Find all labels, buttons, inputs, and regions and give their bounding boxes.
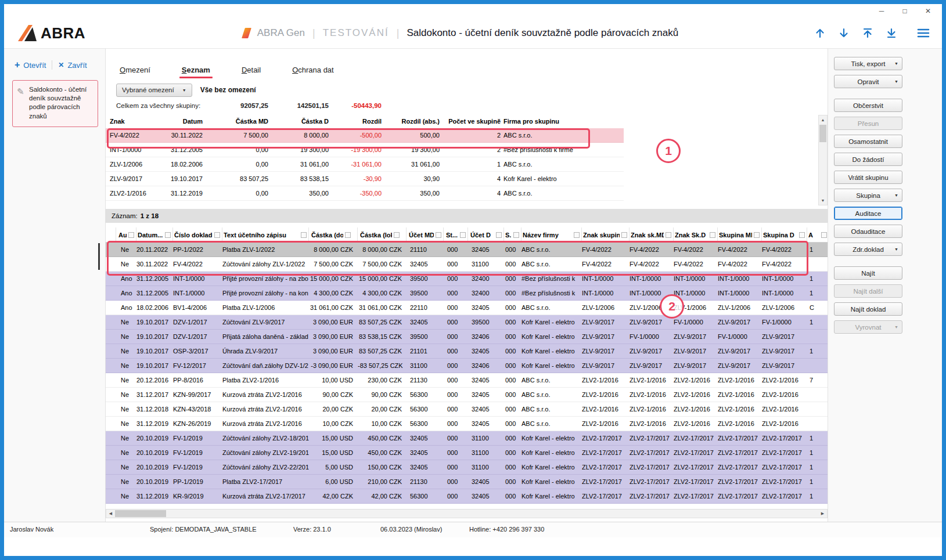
scroll-up-button[interactable]: ▲ [819, 115, 827, 124]
column-header-a[interactable]: A [807, 227, 828, 242]
journal-cell: DZV-1/2017 [173, 315, 222, 329]
group-row[interactable]: INT-1/000031.12.20050,0019 300,00-19 300… [106, 143, 624, 157]
action-button-do-zadosti[interactable]: Do žádostí [834, 153, 902, 166]
journal-cell: PP-8/2016 [173, 373, 222, 387]
group-cell: ABC s.r.o. [501, 128, 624, 142]
column-header-audit[interactable]: Audit [116, 227, 136, 242]
action-button-skupina[interactable]: Skupina▼ [834, 189, 902, 202]
open-agenda-item[interactable]: ✎ Saldokonto - účetní deník souvztažně p… [12, 80, 98, 127]
column-header-s[interactable]: S... [504, 227, 521, 242]
scrollbar-thumb[interactable] [115, 510, 166, 517]
horizontal-scrollbar[interactable]: ◀ ▶ [106, 509, 828, 518]
arrow-down-icon[interactable] [837, 26, 851, 40]
scroll-down-button[interactable]: ▼ [819, 196, 827, 205]
group-cell: Kofr Karel - elektro [501, 172, 624, 186]
journal-cell: 32400 [468, 286, 504, 300]
column-header-datum[interactable]: Datum... [136, 227, 173, 242]
tab-ochrana-dat[interactable]: Ochrana dat [290, 66, 336, 81]
close-tab-button[interactable]: ✕ Zavřít [58, 61, 87, 70]
column-header-znak-skupiny[interactable]: Znak skupiny [582, 227, 630, 242]
column-header-nazev-firmy[interactable]: Název firmy [521, 227, 582, 242]
journal-row[interactable]: Ne31.12.2017KZN-99/2017Kurzová ztráta ZL… [106, 388, 828, 402]
column-header-cislo-dokladu[interactable]: Číslo dokladu [173, 227, 222, 242]
arrow-to-bottom-icon[interactable] [884, 26, 898, 40]
status-bar: Jaroslav Novák Spojení: DEMODATA_JAVA_ST… [4, 522, 942, 537]
arrow-up-icon[interactable] [813, 26, 827, 40]
tab-detail[interactable]: Detail [239, 66, 263, 81]
action-button-tisk-export[interactable]: Tisk, export▼ [834, 57, 902, 70]
journal-row[interactable]: Ne31.12.2019KZN-26/2019Kurzová ztráta ZL… [106, 417, 828, 431]
group-row[interactable]: ZLV2-1/201631.12.20190,00350,00-350,0035… [106, 186, 624, 201]
column-header-castka-d[interactable]: Částka D [268, 115, 329, 128]
column-header-ucet-d[interactable]: Účet D [468, 227, 504, 242]
action-button-najit-doklad[interactable]: Najít doklad [834, 302, 902, 316]
group-row[interactable]: ZLV-9/201719.10.201783 507,2583 538,15-3… [106, 172, 624, 186]
restriction-value: Vše bez omezení [200, 86, 256, 94]
column-header-znak-sk-md[interactable]: Znak sk.MD [630, 227, 674, 242]
column-header-znak[interactable]: Znak [110, 115, 161, 128]
action-button-vratit-skupinu[interactable]: Vrátit skupinu [834, 171, 902, 184]
column-header-pocet-ve-skupine[interactable]: Počet ve skupině [440, 115, 501, 128]
tab-seznam[interactable]: Seznam [179, 66, 213, 81]
action-button-obcerstvit[interactable]: Občerstvit [834, 99, 902, 112]
action-button-odauditace[interactable]: Odauditace [834, 225, 902, 238]
column-header-rozdil[interactable]: Rozdíl [329, 115, 382, 128]
scroll-left-button[interactable]: ◀ [106, 510, 115, 518]
row-gutter [106, 460, 116, 474]
journal-row[interactable]: Ne31.12.2019KR-9/2019Kurzová ztráta ZLV2… [106, 489, 828, 504]
tab-omezeni[interactable]: Omezení [117, 66, 153, 81]
journal-cell: 56300 [407, 402, 444, 416]
column-header-rozdil-abs[interactable]: Rozdíl (abs.) [382, 115, 440, 128]
column-header-st[interactable]: St... [444, 227, 468, 242]
group-cell: -30,90 [329, 172, 382, 186]
journal-row[interactable]: Ne19.10.2017DZV-1/2017Přijatá záloha dan… [106, 330, 828, 344]
journal-row[interactable]: Ano31.12.2005INT-1/0000Přijté provozní z… [106, 272, 828, 286]
journal-row[interactable]: Ne20.10.2019PP-1/2019Platba ZLV2-17/2017… [106, 475, 828, 489]
journal-row[interactable]: Ne20.11.2022PP-1/2022Platba ZLV-1/20228 … [106, 243, 828, 257]
action-button-osamostatnit[interactable]: Osamostatnit [834, 135, 902, 148]
journal-cell: 1 [807, 243, 828, 256]
journal-cell: 230,00 CZK [358, 373, 407, 387]
action-button-auditace[interactable]: Auditace [834, 207, 902, 220]
journal-row[interactable]: Ne20.12.2016PP-8/2016Platba ZLV2-1/20161… [106, 373, 828, 388]
column-header-castka-md[interactable]: Částka MD [203, 115, 268, 128]
column-header-castka-lok[interactable]: Částka (lok.) [358, 227, 407, 242]
journal-cell: Zúčtování ZLV-9/2017 [222, 315, 309, 329]
open-button[interactable]: + Otevřít [15, 60, 46, 70]
journal-row[interactable]: Ne30.11.2022FV-4/2022Zúčtování zálohy ZL… [106, 257, 828, 272]
column-header-firma-pro-skupinu[interactable]: Firma pro skupinu [501, 115, 624, 128]
journal-row[interactable]: Ano18.02.2006BV1-4/2006Platba ZLV-1/2006… [106, 301, 828, 315]
journal-cell: -3 090,00 EUR [309, 359, 358, 373]
scrollbar-thumb[interactable] [819, 125, 826, 142]
column-header-skupina-md[interactable]: Skupina MD [718, 227, 762, 242]
vertical-scrollbar[interactable]: ▲ ▼ [818, 115, 828, 205]
journal-row[interactable]: Ne19.10.2017DZV-1/2017Zúčtování ZLV-9/20… [106, 315, 828, 330]
restriction-dropdown[interactable]: Vybrané omezení ▼ [116, 84, 192, 97]
column-header-znak-sk-d[interactable]: Znak Sk.D [674, 227, 718, 242]
arrow-to-top-icon[interactable] [861, 26, 875, 40]
journal-row[interactable]: Ne31.12.2018KZN-43/2018Kurzová ztráta ZL… [106, 402, 828, 417]
column-header-skupina-d[interactable]: Skupina D [762, 227, 807, 242]
journal-row[interactable]: Ano31.12.2005INT-1/0000Přijté provozní z… [106, 286, 828, 301]
column-header-text-ucetniho-zapisu[interactable]: Text účetního zápisu [222, 227, 309, 242]
scroll-right-button[interactable]: ▶ [818, 510, 827, 518]
maximize-button[interactable]: □ [900, 7, 909, 15]
column-header-ucet-md[interactable]: Účet MD [407, 227, 444, 242]
action-button-najit[interactable]: Najít [834, 266, 902, 280]
column-header-castka-dokl[interactable]: Částka (dokl.) [309, 227, 358, 242]
journal-row[interactable]: Ne19.10.2017OSP-3/2017Úhrada ZLV-9/20173… [106, 344, 828, 359]
separator: | [312, 27, 315, 39]
menu-icon[interactable] [916, 26, 930, 40]
minimize-button[interactable]: ─ [877, 7, 886, 15]
journal-row[interactable]: Ne20.10.2019FV-1/2019Zúčtování zálohy ZL… [106, 460, 828, 475]
column-header-datum[interactable]: Datum [161, 115, 203, 128]
action-button-zdr-doklad[interactable]: Zdr.doklad▼ [834, 243, 902, 256]
journal-row[interactable]: Ne20.10.2019FV-1/2019Zúčtování zálohy ZL… [106, 431, 828, 446]
journal-cell: 15,00 USD [309, 446, 358, 460]
group-row[interactable]: ZLV-1/200618.02.20060,0031 061,00-31 061… [106, 157, 624, 172]
journal-row[interactable]: Ne20.10.2019FV-1/2019Zúčtování zálohy ZL… [106, 446, 828, 460]
action-button-opravit[interactable]: Opravit▼ [834, 75, 902, 88]
group-row[interactable]: FV-4/202230.11.20227 500,008 000,00-500,… [106, 128, 624, 143]
journal-row[interactable]: Ne19.10.2017FV-12/2017Zúčtování daň.zálo… [106, 359, 828, 373]
close-button[interactable]: ✕ [923, 7, 933, 15]
